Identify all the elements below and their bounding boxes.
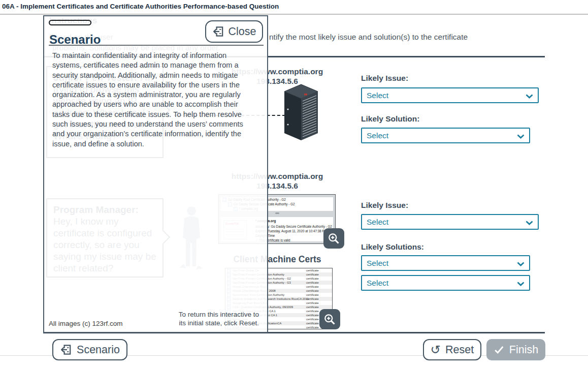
zoom-client-certs-button[interactable] bbox=[319, 309, 340, 329]
modal-divider bbox=[49, 45, 264, 46]
server-led bbox=[304, 94, 307, 96]
select-value: Select bbox=[367, 218, 388, 227]
chevron-down-icon bbox=[517, 134, 525, 139]
chevron-down-icon bbox=[526, 94, 533, 99]
client-cert-kind: certificate bbox=[306, 314, 319, 317]
select-value: Select bbox=[367, 259, 388, 268]
client-cert-kind: certificate bbox=[306, 289, 319, 292]
scenario-button[interactable]: Scenario bbox=[52, 339, 127, 360]
chevron-down-icon bbox=[517, 262, 525, 266]
close-button[interactable]: Close bbox=[205, 20, 263, 43]
likely-solution-select-2b[interactable]: Select bbox=[361, 275, 530, 291]
finish-button[interactable]: Finish bbox=[486, 339, 545, 360]
select-value: Select bbox=[367, 279, 388, 288]
reset-button[interactable]: ↺ Reset bbox=[423, 339, 481, 360]
client-cert-kind: certificate bbox=[306, 322, 319, 325]
server-rack-image bbox=[282, 84, 320, 141]
scenario-text: To maintain confidentiality and integrit… bbox=[52, 51, 249, 149]
likely-issue-select-2[interactable]: Select bbox=[361, 214, 539, 230]
reset-note-line1: To return this interactive to bbox=[179, 310, 259, 319]
client-cert-kind: certificate bbox=[306, 293, 319, 296]
reset-button-label: Reset bbox=[445, 344, 474, 356]
exit-icon bbox=[60, 344, 72, 356]
reset-note-line2: its initial state, click Reset. bbox=[179, 319, 259, 327]
magnifier-plus-icon bbox=[323, 313, 337, 326]
likely-solution-label-1: Likely Solution: bbox=[361, 114, 419, 124]
client-cert-kind: certificate bbox=[306, 305, 319, 309]
client-cert-kind: certificate bbox=[306, 310, 319, 313]
chevron-down-icon bbox=[526, 221, 533, 225]
chevron-down-icon bbox=[517, 282, 525, 286]
reset-note: To return this interactive to its initia… bbox=[179, 310, 259, 327]
app-window: 06A - Implement Certificates and Certifi… bbox=[0, 0, 588, 367]
client-cert-kind: certificate bbox=[306, 269, 319, 272]
likely-issue-label-2: Likely Issue: bbox=[361, 201, 408, 210]
likely-solutions-label: Likely Solutions: bbox=[361, 242, 424, 252]
finish-button-label: Finish bbox=[509, 344, 538, 356]
likely-issue-select-1[interactable]: Select bbox=[361, 87, 539, 103]
client-cert-kind: certificate bbox=[306, 297, 319, 300]
modal-handle-pill bbox=[49, 20, 91, 25]
zoom-server-cert-button[interactable] bbox=[323, 228, 344, 249]
magnifier-plus-icon bbox=[327, 232, 341, 246]
client-cert-kind: certificate bbox=[306, 301, 319, 304]
likely-solution-select-2a[interactable]: Select bbox=[361, 255, 530, 271]
client-cert-kind: certificate bbox=[306, 318, 319, 321]
client-cert-kind: certificate bbox=[306, 281, 319, 284]
select-value: Select bbox=[367, 91, 388, 100]
exit-icon bbox=[212, 25, 224, 38]
checkmark-icon bbox=[494, 344, 505, 355]
page-title: 06A - Implement Certificates and Certifi… bbox=[2, 3, 279, 10]
client-cert-kind: certificate bbox=[306, 273, 319, 276]
scenario-button-label: Scenario bbox=[77, 344, 120, 356]
client-cert-kind: certificate bbox=[306, 326, 319, 329]
window-handle bbox=[275, 212, 279, 214]
likely-issue-label-1: Likely Issue: bbox=[361, 74, 408, 83]
images-credit: All images (c) 123rf.com bbox=[49, 320, 123, 327]
instructions-text-visible: ntify the most likely issue and solution… bbox=[269, 33, 468, 42]
reset-icon: ↺ bbox=[431, 345, 441, 355]
scenario-modal: Scenario Close To maintain confidentiali… bbox=[43, 15, 268, 333]
close-label: Close bbox=[228, 25, 256, 38]
select-value: Select bbox=[367, 131, 388, 140]
client-cert-kind: certificate bbox=[306, 285, 319, 288]
likely-solution-select-1[interactable]: Select bbox=[361, 128, 530, 143]
client-cert-kind: certificate bbox=[306, 277, 319, 280]
